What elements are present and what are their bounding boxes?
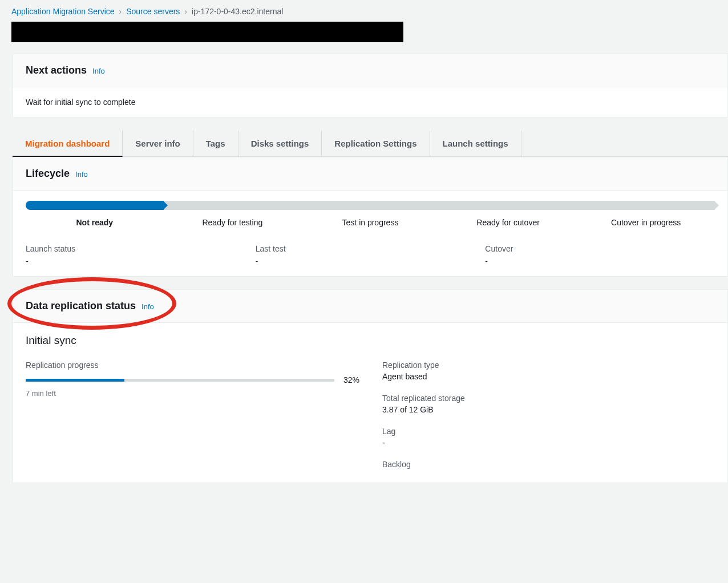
lifecycle-step-label-1: Ready for testing: [164, 216, 302, 229]
replication-title: Data replication status: [26, 300, 136, 312]
replication-subtitle: Initial sync: [26, 334, 715, 347]
cutover-label: Cutover: [485, 244, 715, 253]
lifecycle-title: Lifecycle: [26, 168, 70, 180]
replication-progress-bar: [26, 379, 334, 382]
lifecycle-step-label-3: Ready for cutover: [439, 216, 577, 229]
last-test-value: -: [256, 257, 486, 266]
replication-storage-label: Total replicated storage: [382, 394, 715, 403]
cutover-value: -: [485, 257, 715, 266]
lifecycle-step-seg-0: [26, 201, 164, 210]
launch-status-col: Launch status -: [26, 244, 256, 266]
lifecycle-step-seg-1: [164, 201, 302, 210]
replication-progress-fill: [26, 379, 124, 382]
replication-lag-label: Lag: [382, 427, 715, 436]
replication-backlog-label: Backlog: [382, 460, 715, 469]
replication-type-label: Replication type: [382, 361, 715, 370]
redacted-title: [11, 22, 403, 42]
lifecycle-step-bar: [26, 201, 715, 210]
next-actions-info-link[interactable]: Info: [92, 67, 105, 75]
next-actions-header: Next actions Info: [13, 54, 727, 87]
replication-header: Data replication status Info: [13, 290, 727, 323]
chevron-right-icon: ›: [119, 7, 122, 16]
replication-progress-pct: 32%: [343, 375, 359, 384]
tab-launch-settings[interactable]: Launch settings: [430, 130, 521, 156]
replication-progress-row: 32%: [26, 375, 359, 384]
lifecycle-step-label-2: Test in progress: [301, 216, 439, 229]
tab-tags[interactable]: Tags: [193, 130, 238, 156]
lifecycle-step-label-4: Cutover in progress: [577, 216, 715, 229]
next-actions-body: Wait for initial sync to complete: [13, 87, 727, 117]
lifecycle-step-seg-4: [577, 201, 715, 210]
tab-replication-settings[interactable]: Replication Settings: [322, 130, 430, 156]
next-actions-title: Next actions: [26, 64, 87, 76]
lifecycle-body: Not ready Ready for testing Test in prog…: [13, 191, 727, 276]
replication-info-link[interactable]: Info: [141, 302, 154, 311]
chevron-right-icon: ›: [184, 7, 187, 16]
replication-left-col: Replication progress 32% 7 min left: [26, 361, 359, 471]
lifecycle-panel: Lifecycle Info Not ready Ready for testi…: [13, 157, 728, 277]
launch-status-value: -: [26, 257, 256, 266]
replication-type-value: Agent based: [382, 372, 715, 381]
last-test-col: Last test -: [256, 244, 486, 266]
tab-migration-dashboard[interactable]: Migration dashboard: [13, 130, 123, 157]
launch-status-label: Launch status: [26, 244, 256, 253]
cutover-col: Cutover -: [485, 244, 715, 266]
replication-panel: Data replication status Info Initial syn…: [13, 289, 728, 483]
replication-right-col: Replication type Agent based Total repli…: [382, 361, 715, 471]
lifecycle-step-labels: Not ready Ready for testing Test in prog…: [26, 216, 715, 229]
tab-disks-settings[interactable]: Disks settings: [238, 130, 322, 156]
lifecycle-step-seg-2: [301, 201, 439, 210]
lifecycle-header: Lifecycle Info: [13, 157, 727, 191]
replication-storage-value: 3.87 of 12 GiB: [382, 405, 715, 414]
replication-body: Initial sync Replication progress 32% 7 …: [13, 323, 727, 483]
replication-lag-value: -: [382, 438, 715, 447]
lifecycle-status-grid: Launch status - Last test - Cutover -: [26, 244, 715, 266]
tabs: Migration dashboard Server info Tags Dis…: [13, 130, 728, 157]
last-test-label: Last test: [256, 244, 486, 253]
next-actions-panel: Next actions Info Wait for initial sync …: [13, 54, 728, 118]
breadcrumb: Application Migration Service › Source s…: [0, 0, 728, 22]
breadcrumb-current: ip-172-0-0-43.ec2.internal: [192, 7, 283, 16]
lifecycle-step-label-0: Not ready: [26, 216, 164, 229]
lifecycle-info-link[interactable]: Info: [75, 170, 88, 179]
replication-progress-label: Replication progress: [26, 361, 359, 370]
breadcrumb-service-link[interactable]: Application Migration Service: [11, 7, 115, 16]
breadcrumb-section-link[interactable]: Source servers: [126, 7, 180, 16]
tab-server-info[interactable]: Server info: [123, 130, 193, 156]
lifecycle-step-seg-3: [439, 201, 577, 210]
replication-eta: 7 min left: [26, 389, 359, 398]
